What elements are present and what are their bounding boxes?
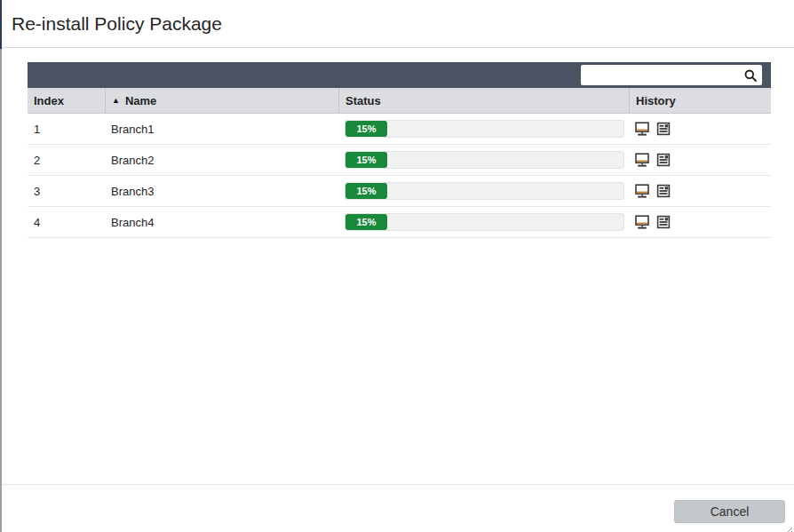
progress-fill: 15% — [345, 183, 387, 199]
monitor-icon — [634, 184, 650, 199]
progress-fill: 15% — [345, 152, 387, 168]
install-preview-button[interactable] — [634, 184, 650, 199]
cell-index: 1 — [28, 114, 105, 144]
report-icon — [656, 153, 671, 167]
search-button[interactable] — [742, 67, 758, 83]
install-progress-bar: 15% — [345, 213, 624, 231]
sort-asc-icon: ▲ — [112, 96, 120, 105]
progress-fill: 15% — [345, 214, 387, 230]
cell-name: Branch1 — [105, 114, 338, 144]
background-app-sliver — [0, 0, 2, 532]
column-header-index[interactable]: Index — [28, 88, 105, 113]
column-header-index-label: Index — [34, 94, 64, 107]
monitor-icon — [634, 153, 650, 168]
cell-status: 15% — [338, 176, 629, 206]
column-header-status-label: Status — [345, 94, 381, 107]
dialog-titlebar: Re-install Policy Package — [2, 0, 794, 48]
install-log-button[interactable] — [655, 122, 671, 137]
table-body: 1 Branch1 15% — [28, 114, 771, 238]
install-progress-bar: 15% — [345, 182, 624, 200]
cell-index: 3 — [28, 176, 105, 206]
install-preview-button[interactable] — [634, 122, 650, 137]
column-header-name-label: Name — [125, 94, 156, 107]
cell-history — [629, 114, 771, 144]
cell-history — [629, 207, 771, 237]
install-preview-button[interactable] — [634, 153, 650, 168]
column-header-history-label: History — [636, 94, 676, 107]
table-row: 4 Branch4 15% — [28, 207, 771, 238]
install-log-button[interactable] — [655, 184, 671, 199]
table-header-row: Index ▲ Name Status History — [28, 88, 771, 114]
column-header-status[interactable]: Status — [338, 88, 629, 113]
cell-status: 15% — [338, 145, 629, 175]
cell-history — [629, 145, 771, 175]
column-header-history[interactable]: History — [629, 88, 771, 113]
table-row: 2 Branch2 15% — [28, 145, 771, 176]
dialog-title: Re-install Policy Package — [12, 13, 222, 35]
report-icon — [656, 122, 671, 136]
cell-status: 15% — [338, 207, 629, 237]
install-progress-bar: 15% — [345, 120, 624, 138]
search-box — [581, 65, 762, 85]
table-row: 1 Branch1 15% — [28, 114, 771, 145]
footer-divider — [2, 484, 794, 485]
monitor-icon — [634, 122, 650, 137]
table-toolbar — [28, 62, 771, 88]
table-row: 3 Branch3 15% — [28, 176, 771, 207]
cell-name: Branch3 — [105, 176, 338, 206]
install-progress-bar: 15% — [345, 151, 624, 169]
cell-history — [629, 176, 771, 206]
cell-index: 2 — [28, 145, 105, 175]
column-header-name[interactable]: ▲ Name — [105, 88, 338, 113]
cell-name: Branch4 — [105, 207, 338, 237]
cell-index: 4 — [28, 207, 105, 237]
monitor-icon — [634, 215, 650, 230]
cell-status: 15% — [338, 114, 629, 144]
resize-handle-icon[interactable] — [784, 522, 793, 531]
report-icon — [656, 184, 671, 198]
install-log-button[interactable] — [655, 215, 671, 230]
reinstall-policy-package-dialog: Re-install Policy Package Index ▲ Name S — [0, 0, 794, 532]
cancel-button[interactable]: Cancel — [674, 500, 785, 523]
install-preview-button[interactable] — [634, 215, 650, 230]
search-input[interactable] — [586, 64, 742, 86]
magnifier-icon — [743, 68, 758, 83]
cell-name: Branch2 — [105, 145, 338, 175]
progress-fill: 15% — [345, 121, 387, 137]
install-log-button[interactable] — [655, 153, 671, 168]
report-icon — [656, 215, 671, 229]
